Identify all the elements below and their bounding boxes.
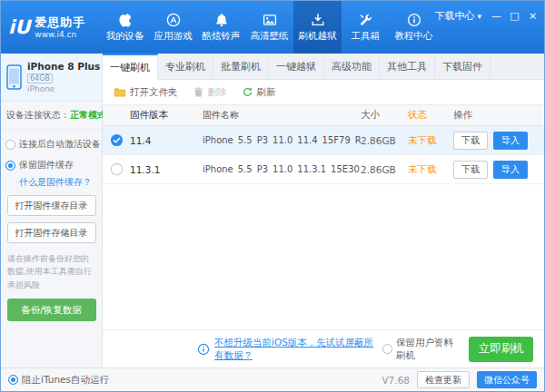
tab-pro-flash[interactable]: 专业刷机	[158, 54, 213, 79]
row-selected-check-icon[interactable]	[110, 133, 124, 147]
tabbar: 一键刷机 专业刷机 批量刷机 一键越狱 高级功能 其他工具 下载固件	[103, 54, 544, 80]
bell-icon	[214, 13, 229, 27]
tutorial-info-icon	[407, 13, 421, 27]
flash-icon	[311, 13, 325, 27]
table-row[interactable]: 11.4 iPhone_5.5_P3_11.0_11.4_15F79_Resto…	[103, 126, 544, 155]
maximize-button[interactable]: □	[509, 10, 520, 22]
device-family: iPhone	[27, 84, 100, 93]
header-size: 大小	[361, 109, 408, 122]
keep-cache-option[interactable]: 保留固件缓存	[1, 159, 102, 172]
block-itunes-option[interactable]: 阻止iTunes自动运行	[8, 374, 109, 387]
download-center-button[interactable]: 下载中心 ▾	[434, 9, 481, 23]
wallpaper-icon	[263, 13, 277, 27]
backup-warning-text: 请在操作前备份好您的数据,使用本工具需自行承担风险	[7, 252, 95, 291]
apple-icon	[118, 13, 133, 27]
nav-item-flash-jailbreak[interactable]: 刷机越狱	[293, 1, 342, 54]
nav-item-ringtones[interactable]: 酷炫铃声	[197, 1, 245, 54]
import-button[interactable]: 导入	[493, 132, 528, 150]
app-body: iPhone 8 Plus 64GB iPhone 设备连接状态：正常模式 连接…	[1, 54, 544, 368]
connection-mode-value: 正常模式	[70, 110, 106, 120]
tab-download-firmware[interactable]: 下载固件	[435, 54, 490, 79]
connection-status: 设备连接状态：正常模式	[1, 102, 102, 130]
close-button[interactable]: ×	[527, 10, 539, 22]
wechat-account-button[interactable]: 微信公众号	[477, 371, 537, 388]
tab-advanced[interactable]: 高级功能	[324, 54, 380, 79]
iphone-icon	[6, 64, 22, 90]
open-cache-dir-button[interactable]: 打开固件缓存目录	[7, 195, 96, 216]
folder-icon	[114, 86, 126, 99]
app-logo: iU 爱思助手 www.i4.cn	[1, 1, 101, 54]
firmware-toolbar: 打开文件夹 删除 刷新	[103, 80, 544, 104]
firmware-name: iPhone_5.5_P3_11.0_11.4_15F79_Restore.ip…	[203, 135, 361, 145]
block-itunes-radio[interactable]	[8, 375, 18, 385]
firmware-version: 11.4	[130, 135, 203, 146]
firmware-version: 11.3.1	[130, 164, 203, 175]
keep-user-data-option[interactable]: 保留用户资料刷机	[382, 337, 460, 362]
keep-user-data-radio[interactable]	[382, 344, 392, 354]
app-name: 爱思助手	[35, 15, 85, 30]
titlebar-right: 下载中心 ▾ — □ ×	[434, 9, 539, 23]
statusbar: 阻止iTunes自动运行 V7.68 检查更新 微信公众号	[1, 368, 544, 391]
firmware-name: iPhone_5.5_P3_11.0_11.3.1_15E302_Restore…	[203, 164, 361, 174]
keep-cache-radio[interactable]	[5, 161, 15, 171]
header-status: 状态	[408, 109, 453, 122]
minimize-button[interactable]: —	[490, 10, 502, 22]
tab-batch-flash[interactable]: 批量刷机	[213, 54, 269, 79]
header-action: 操作	[453, 109, 544, 122]
nav-item-toolbox[interactable]: 工具箱	[342, 1, 390, 54]
sidebar: iPhone 8 Plus 64GB iPhone 设备连接状态：正常模式 连接…	[1, 54, 103, 368]
row-unselected-circle-icon[interactable]	[110, 162, 124, 176]
download-button[interactable]: 下载	[453, 161, 488, 179]
tab-other-tools[interactable]: 其他工具	[380, 54, 435, 79]
auto-activate-option[interactable]: 连接后自动激活设备	[1, 138, 102, 151]
delete-tool[interactable]: 删除	[193, 86, 227, 99]
nav-item-wallpapers[interactable]: 高清壁纸	[245, 1, 293, 54]
backup-restore-button[interactable]: 备份/恢复数据	[7, 299, 96, 321]
check-update-button[interactable]: 检查更新	[417, 371, 470, 388]
open-folder-tool[interactable]: 打开文件夹	[114, 86, 178, 99]
tab-oneclick-jailbreak[interactable]: 一键越狱	[269, 54, 324, 79]
main-panel: 一键刷机 专业刷机 批量刷机 一键越狱 高级功能 其他工具 下载固件 打开文件夹	[103, 54, 544, 368]
nav-item-tutorials[interactable]: 教程中心	[390, 1, 438, 54]
nav-item-my-device[interactable]: 我的设备	[101, 1, 149, 54]
app-window: iU 爱思助手 www.i4.cn 我的设备 应用游戏	[0, 0, 545, 392]
firmware-size: 2.86GB	[361, 135, 408, 146]
device-capacity-badge: 64GB	[27, 74, 53, 83]
refresh-icon	[242, 86, 253, 98]
empty-area	[103, 184, 544, 329]
block-update-link[interactable]: 不想升级当前iOS版本，先试试屏蔽所有数据？	[214, 337, 382, 362]
toolbox-icon	[359, 13, 373, 27]
status-badge: 未下载	[408, 163, 453, 176]
refresh-tool[interactable]: 刷新	[242, 86, 276, 99]
download-button[interactable]: 下载	[453, 132, 488, 150]
window-controls: — □ ×	[490, 10, 539, 22]
status-badge: 未下载	[408, 134, 453, 147]
titlebar: iU 爱思助手 www.i4.cn 我的设备 应用游戏	[1, 1, 544, 54]
firmware-size: 2.86GB	[361, 164, 408, 175]
flash-now-button[interactable]: 立即刷机	[469, 337, 533, 362]
header-name: 固件名称	[203, 109, 361, 122]
logo-icon: iU	[8, 18, 30, 37]
nav-item-apps-games[interactable]: 应用游戏	[149, 1, 197, 54]
table-row[interactable]: 11.3.1 iPhone_5.5_P3_11.0_11.3.1_15E302_…	[103, 155, 544, 184]
import-button[interactable]: 导入	[493, 161, 528, 179]
flash-footer: 不想升级当前iOS版本，先试试屏蔽所有数据？ 保留用户资料刷机 立即刷机	[103, 329, 544, 368]
block-update-tip: 不想升级当前iOS版本，先试试屏蔽所有数据？	[197, 337, 382, 362]
chevron-down-icon: ▾	[477, 12, 481, 21]
auto-activate-radio[interactable]	[5, 140, 15, 150]
appstore-icon	[166, 13, 181, 27]
app-url: www.i4.cn	[35, 30, 85, 39]
info-icon	[197, 343, 210, 356]
trash-icon	[193, 86, 204, 98]
header-version: 固件版本	[130, 109, 203, 122]
firmware-table-header: 固件版本 固件名称 大小 状态 操作	[103, 104, 544, 126]
open-storage-dir-button[interactable]: 打开固件存储目录	[7, 222, 96, 243]
cache-help-link[interactable]: 什么是固件缓存？	[19, 176, 96, 189]
tab-oneclick-flash[interactable]: 一键刷机	[103, 54, 158, 80]
device-name: iPhone 8 Plus	[27, 61, 100, 72]
top-navigation: 我的设备 应用游戏 酷炫铃声 高清壁纸	[101, 1, 438, 54]
device-card: iPhone 8 Plus 64GB iPhone	[1, 54, 102, 102]
app-version: V7.68	[382, 375, 410, 386]
